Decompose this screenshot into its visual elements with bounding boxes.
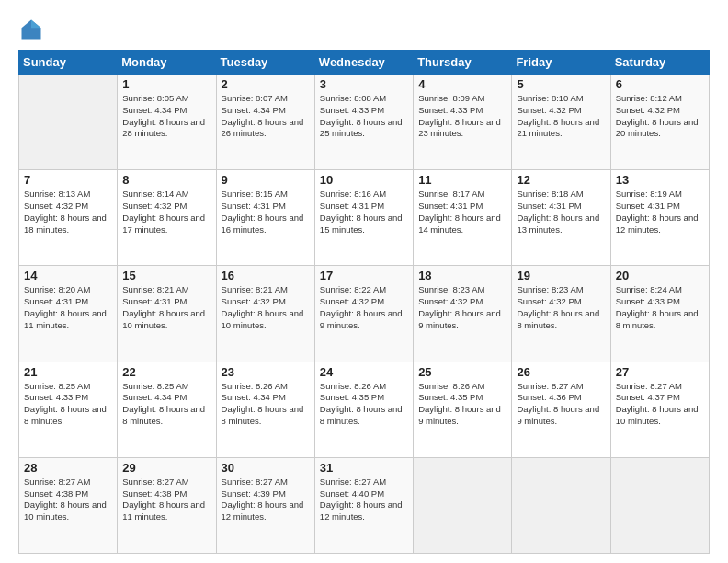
day-number: 22 xyxy=(122,365,210,379)
day-number: 24 xyxy=(320,365,408,379)
cell-info: Sunrise: 8:10 AMSunset: 4:32 PMDaylight:… xyxy=(517,93,605,140)
cell-info: Sunrise: 8:26 AMSunset: 4:35 PMDaylight:… xyxy=(320,381,408,428)
day-number: 2 xyxy=(222,77,310,91)
cell-info: Sunrise: 8:26 AMSunset: 4:34 PMDaylight:… xyxy=(222,381,310,428)
day-header-saturday: Saturday xyxy=(610,51,709,75)
day-number: 8 xyxy=(122,173,210,187)
day-cell: 1Sunrise: 8:05 AMSunset: 4:34 PMDaylight… xyxy=(118,75,216,170)
cell-info: Sunrise: 8:26 AMSunset: 4:35 PMDaylight:… xyxy=(418,381,506,428)
day-cell: 22Sunrise: 8:25 AMSunset: 4:34 PMDayligh… xyxy=(118,362,216,457)
day-cell: 30Sunrise: 8:27 AMSunset: 4:39 PMDayligh… xyxy=(216,457,314,553)
day-number: 16 xyxy=(222,269,310,282)
day-header-thursday: Thursday xyxy=(414,51,512,75)
day-header-tuesday: Tuesday xyxy=(216,51,314,75)
day-cell: 4Sunrise: 8:09 AMSunset: 4:33 PMDaylight… xyxy=(414,75,512,170)
day-cell: 31Sunrise: 8:27 AMSunset: 4:40 PMDayligh… xyxy=(314,457,413,553)
day-cell: 25Sunrise: 8:26 AMSunset: 4:35 PMDayligh… xyxy=(414,362,512,457)
cell-info: Sunrise: 8:22 AMSunset: 4:32 PMDaylight:… xyxy=(320,284,408,331)
day-cell: 10Sunrise: 8:16 AMSunset: 4:31 PMDayligh… xyxy=(314,170,413,266)
day-number: 23 xyxy=(222,365,310,379)
page: SundayMondayTuesdayWednesdayThursdayFrid… xyxy=(0,0,728,563)
cell-info: Sunrise: 8:16 AMSunset: 4:31 PMDaylight:… xyxy=(320,189,408,236)
cell-info: Sunrise: 8:17 AMSunset: 4:31 PMDaylight:… xyxy=(418,189,506,236)
cell-info: Sunrise: 8:25 AMSunset: 4:33 PMDaylight:… xyxy=(24,381,112,428)
day-cell: 12Sunrise: 8:18 AMSunset: 4:31 PMDayligh… xyxy=(512,170,610,266)
svg-marker-1 xyxy=(31,20,41,29)
week-row-2: 14Sunrise: 8:20 AMSunset: 4:31 PMDayligh… xyxy=(19,266,710,362)
day-number: 9 xyxy=(222,173,310,187)
day-number: 11 xyxy=(418,173,506,187)
day-cell: 29Sunrise: 8:27 AMSunset: 4:38 PMDayligh… xyxy=(118,457,216,553)
cell-info: Sunrise: 8:27 AMSunset: 4:36 PMDaylight:… xyxy=(517,381,605,428)
cell-info: Sunrise: 8:05 AMSunset: 4:34 PMDaylight:… xyxy=(122,93,210,140)
header xyxy=(18,17,710,42)
day-cell: 3Sunrise: 8:08 AMSunset: 4:33 PMDaylight… xyxy=(314,75,413,170)
day-number: 3 xyxy=(320,77,408,91)
day-number: 18 xyxy=(418,269,506,282)
logo-icon xyxy=(18,17,44,42)
day-cell: 24Sunrise: 8:26 AMSunset: 4:35 PMDayligh… xyxy=(314,362,413,457)
day-number: 27 xyxy=(616,365,704,379)
day-number: 13 xyxy=(616,173,704,187)
cell-info: Sunrise: 8:25 AMSunset: 4:34 PMDaylight:… xyxy=(122,381,210,428)
day-header-sunday: Sunday xyxy=(19,51,118,75)
week-row-1: 7Sunrise: 8:13 AMSunset: 4:32 PMDaylight… xyxy=(19,170,710,266)
cell-info: Sunrise: 8:20 AMSunset: 4:31 PMDaylight:… xyxy=(24,284,112,331)
cell-info: Sunrise: 8:21 AMSunset: 4:32 PMDaylight:… xyxy=(222,284,310,331)
day-cell: 26Sunrise: 8:27 AMSunset: 4:36 PMDayligh… xyxy=(512,362,610,457)
day-number: 7 xyxy=(24,173,112,187)
cell-info: Sunrise: 8:24 AMSunset: 4:33 PMDaylight:… xyxy=(616,284,704,331)
day-number: 10 xyxy=(320,173,408,187)
day-cell: 28Sunrise: 8:27 AMSunset: 4:38 PMDayligh… xyxy=(19,457,118,553)
day-cell: 18Sunrise: 8:23 AMSunset: 4:32 PMDayligh… xyxy=(414,266,512,362)
day-number: 4 xyxy=(418,77,506,91)
week-row-4: 28Sunrise: 8:27 AMSunset: 4:38 PMDayligh… xyxy=(19,457,710,553)
cell-info: Sunrise: 8:15 AMSunset: 4:31 PMDaylight:… xyxy=(222,189,310,236)
day-cell: 20Sunrise: 8:24 AMSunset: 4:33 PMDayligh… xyxy=(610,266,709,362)
day-number: 20 xyxy=(616,269,704,282)
day-header-wednesday: Wednesday xyxy=(314,51,413,75)
day-number: 29 xyxy=(122,461,210,475)
day-number: 31 xyxy=(320,461,408,475)
day-cell: 14Sunrise: 8:20 AMSunset: 4:31 PMDayligh… xyxy=(19,266,118,362)
cell-info: Sunrise: 8:13 AMSunset: 4:32 PMDaylight:… xyxy=(24,189,112,236)
day-number: 15 xyxy=(122,269,210,282)
calendar: SundayMondayTuesdayWednesdayThursdayFrid… xyxy=(18,50,710,554)
day-cell: 13Sunrise: 8:19 AMSunset: 4:31 PMDayligh… xyxy=(610,170,709,266)
day-number: 1 xyxy=(122,77,210,91)
day-cell: 23Sunrise: 8:26 AMSunset: 4:34 PMDayligh… xyxy=(216,362,314,457)
day-number: 5 xyxy=(517,77,605,91)
day-cell: 6Sunrise: 8:12 AMSunset: 4:32 PMDaylight… xyxy=(610,75,709,170)
day-cell: 8Sunrise: 8:14 AMSunset: 4:32 PMDaylight… xyxy=(118,170,216,266)
week-row-0: 1Sunrise: 8:05 AMSunset: 4:34 PMDaylight… xyxy=(19,75,710,170)
day-cell xyxy=(19,75,118,170)
day-cell: 16Sunrise: 8:21 AMSunset: 4:32 PMDayligh… xyxy=(216,266,314,362)
cell-info: Sunrise: 8:23 AMSunset: 4:32 PMDaylight:… xyxy=(418,284,506,331)
cell-info: Sunrise: 8:14 AMSunset: 4:32 PMDaylight:… xyxy=(122,189,210,236)
cell-info: Sunrise: 8:08 AMSunset: 4:33 PMDaylight:… xyxy=(320,93,408,140)
day-number: 12 xyxy=(517,173,605,187)
cell-info: Sunrise: 8:27 AMSunset: 4:39 PMDaylight:… xyxy=(222,477,310,523)
day-cell xyxy=(512,457,610,553)
logo xyxy=(18,17,48,42)
cell-info: Sunrise: 8:09 AMSunset: 4:33 PMDaylight:… xyxy=(418,93,506,140)
day-header-monday: Monday xyxy=(118,51,216,75)
day-cell: 19Sunrise: 8:23 AMSunset: 4:32 PMDayligh… xyxy=(512,266,610,362)
cell-info: Sunrise: 8:27 AMSunset: 4:38 PMDaylight:… xyxy=(122,477,210,523)
day-cell: 21Sunrise: 8:25 AMSunset: 4:33 PMDayligh… xyxy=(19,362,118,457)
day-cell: 2Sunrise: 8:07 AMSunset: 4:34 PMDaylight… xyxy=(216,75,314,170)
day-number: 17 xyxy=(320,269,408,282)
cell-info: Sunrise: 8:27 AMSunset: 4:37 PMDaylight:… xyxy=(616,381,704,428)
day-number: 25 xyxy=(418,365,506,379)
day-cell: 15Sunrise: 8:21 AMSunset: 4:31 PMDayligh… xyxy=(118,266,216,362)
calendar-header: SundayMondayTuesdayWednesdayThursdayFrid… xyxy=(19,51,710,75)
day-cell xyxy=(610,457,709,553)
calendar-body: 1Sunrise: 8:05 AMSunset: 4:34 PMDaylight… xyxy=(19,75,710,554)
cell-info: Sunrise: 8:07 AMSunset: 4:34 PMDaylight:… xyxy=(222,93,310,140)
day-number: 14 xyxy=(24,269,112,282)
week-row-3: 21Sunrise: 8:25 AMSunset: 4:33 PMDayligh… xyxy=(19,362,710,457)
day-cell: 17Sunrise: 8:22 AMSunset: 4:32 PMDayligh… xyxy=(314,266,413,362)
cell-info: Sunrise: 8:12 AMSunset: 4:32 PMDaylight:… xyxy=(616,93,704,140)
cell-info: Sunrise: 8:19 AMSunset: 4:31 PMDaylight:… xyxy=(616,189,704,236)
day-number: 19 xyxy=(517,269,605,282)
